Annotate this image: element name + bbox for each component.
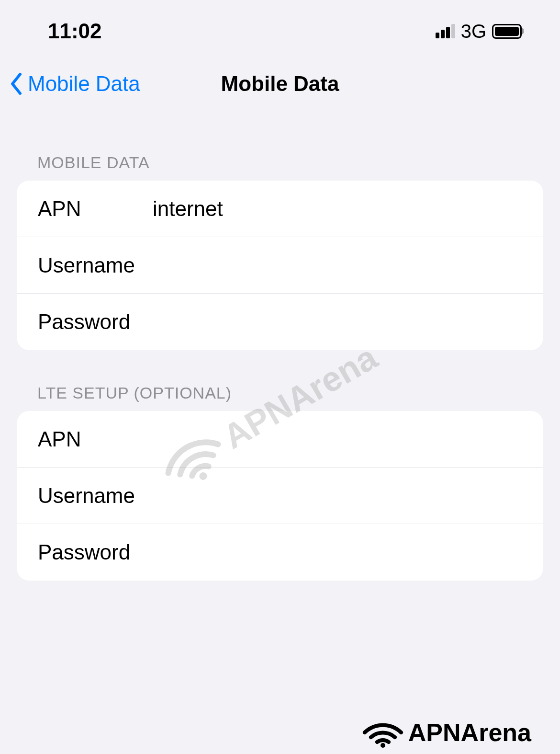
page-title: Mobile Data — [221, 72, 339, 96]
chevron-left-icon — [10, 72, 24, 96]
svg-point-1 — [381, 743, 385, 748]
username-input[interactable] — [153, 253, 522, 277]
settings-group-mobile-data: APN Username Password — [17, 181, 543, 350]
apn-label: APN — [38, 197, 153, 221]
network-type-label: 3G — [461, 21, 486, 42]
lte-username-label: Username — [38, 484, 153, 508]
watermark-bottom-text: APNArena — [408, 718, 531, 747]
apn-row[interactable]: APN — [17, 181, 543, 237]
lte-apn-row[interactable]: APN — [17, 411, 543, 468]
watermark-bottom: APNArena — [361, 716, 531, 749]
lte-username-row[interactable]: Username — [17, 468, 543, 524]
section-header-mobile-data: MOBILE DATA — [0, 120, 560, 181]
settings-group-lte-setup: APN Username Password — [17, 411, 543, 581]
password-label: Password — [38, 310, 153, 334]
lte-apn-input[interactable] — [153, 427, 522, 451]
lte-password-label: Password — [38, 540, 153, 564]
lte-password-input[interactable] — [153, 540, 522, 564]
signal-icon — [436, 24, 455, 38]
status-bar: 11:02 3G — [0, 0, 560, 57]
username-label: Username — [38, 253, 153, 277]
navigation-bar: Mobile Data Mobile Data — [0, 57, 560, 120]
battery-icon — [492, 24, 522, 39]
apn-input[interactable] — [153, 197, 522, 221]
wifi-icon-bottom — [361, 716, 404, 749]
username-row[interactable]: Username — [17, 237, 543, 294]
lte-password-row[interactable]: Password — [17, 524, 543, 581]
password-input[interactable] — [153, 310, 522, 334]
back-button[interactable]: Mobile Data — [10, 72, 140, 96]
lte-username-input[interactable] — [153, 484, 522, 508]
section-header-lte-setup: LTE SETUP (OPTIONAL) — [0, 350, 560, 411]
status-indicators: 3G — [436, 21, 522, 42]
password-row[interactable]: Password — [17, 294, 543, 350]
status-time: 11:02 — [48, 19, 102, 43]
lte-apn-label: APN — [38, 427, 153, 451]
back-label: Mobile Data — [28, 72, 140, 96]
